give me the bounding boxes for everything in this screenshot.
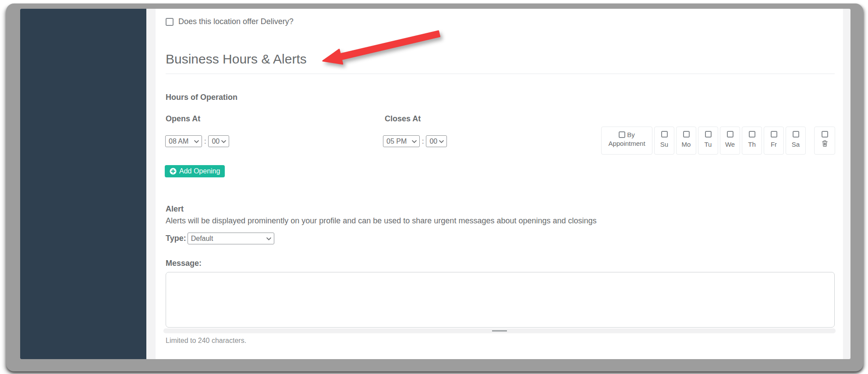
- alert-description: Alerts will be displayed prominently on …: [166, 216, 597, 226]
- saturday-checkbox[interactable]: [793, 131, 799, 138]
- alert-section-label: Alert: [166, 205, 184, 214]
- time-separator: :: [422, 138, 424, 145]
- day-card-wednesday[interactable]: We: [720, 127, 740, 155]
- app-window: Does this location offer Delivery? Busin…: [6, 4, 863, 371]
- time-separator: :: [204, 138, 206, 145]
- delete-row-checkbox[interactable]: [822, 131, 828, 138]
- opens-at-label: Opens At: [166, 114, 200, 123]
- day-label: Mo: [682, 141, 691, 148]
- app-viewport: Does this location offer Delivery? Busin…: [20, 9, 850, 359]
- by-appointment-checkbox[interactable]: [619, 131, 625, 138]
- wednesday-checkbox[interactable]: [727, 131, 733, 138]
- by-appointment-card[interactable]: By Appointment: [601, 127, 652, 155]
- alert-message-label: Message:: [166, 259, 202, 268]
- delivery-option-row: Does this location offer Delivery?: [166, 17, 294, 26]
- sidebar: [20, 9, 146, 359]
- by-appointment-label: By Appointment: [608, 131, 645, 147]
- plus-circle-icon: [170, 168, 177, 175]
- sunday-checkbox[interactable]: [661, 131, 668, 138]
- closes-hour-select[interactable]: 05 PM: [383, 135, 420, 147]
- add-opening-button[interactable]: Add Opening: [165, 165, 225, 177]
- day-card-friday[interactable]: Fr: [764, 127, 784, 155]
- day-card-thursday[interactable]: Th: [742, 127, 762, 155]
- day-label: Th: [748, 141, 756, 148]
- resize-grip-icon: [492, 330, 507, 332]
- day-label: Fr: [771, 141, 777, 148]
- weekday-selector-row: By Appointment Su Mo Tu We: [601, 127, 835, 155]
- textarea-resize-bar[interactable]: [163, 328, 836, 333]
- delivery-checkbox-label: Does this location offer Delivery?: [178, 17, 294, 26]
- alert-type-row: Type: Default: [166, 233, 274, 244]
- friday-checkbox[interactable]: [771, 131, 777, 138]
- monday-checkbox[interactable]: [683, 131, 690, 138]
- page-title: Business Hours & Alerts: [166, 52, 307, 67]
- alert-message-textarea[interactable]: [166, 272, 835, 328]
- day-card-monday[interactable]: Mo: [676, 127, 696, 155]
- main-content: Does this location offer Delivery? Busin…: [156, 9, 843, 359]
- closes-at-time-group: 05 PM : 00: [383, 135, 447, 147]
- opens-at-time-group: 08 AM : 00: [165, 135, 229, 147]
- day-card-tuesday[interactable]: Tu: [698, 127, 718, 155]
- character-limit-note: Limited to 240 characters.: [166, 337, 246, 345]
- hours-of-operation-label: Hours of Operation: [166, 93, 237, 102]
- trash-icon[interactable]: [821, 140, 829, 147]
- alert-type-select[interactable]: Default: [188, 233, 274, 244]
- closes-at-label: Closes At: [385, 114, 421, 123]
- thursday-checkbox[interactable]: [749, 131, 755, 138]
- day-label: Su: [660, 141, 668, 148]
- tuesday-checkbox[interactable]: [705, 131, 712, 138]
- day-label: Sa: [792, 141, 800, 148]
- alert-type-label: Type:: [166, 234, 186, 243]
- opens-hour-select[interactable]: 08 AM: [165, 135, 202, 147]
- opens-minute-select[interactable]: 00: [208, 135, 229, 147]
- closes-minute-select[interactable]: 00: [426, 135, 447, 147]
- day-card-sunday[interactable]: Su: [654, 127, 674, 155]
- day-label: We: [725, 141, 735, 148]
- day-card-saturday[interactable]: Sa: [786, 127, 806, 155]
- section-divider: [166, 74, 835, 74]
- delete-hours-card[interactable]: [814, 127, 835, 155]
- add-opening-label: Add Opening: [179, 167, 220, 175]
- delivery-checkbox[interactable]: [166, 18, 174, 26]
- day-label: Tu: [705, 141, 712, 148]
